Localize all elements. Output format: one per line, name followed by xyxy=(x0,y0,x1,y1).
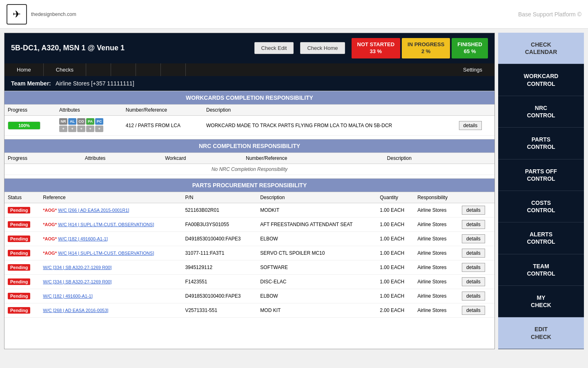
not-started-badge: NOT STARTED 33 % xyxy=(352,38,400,58)
parts-col-pn: P/N xyxy=(182,192,257,203)
sidebar-btn-1[interactable]: WORKCARDCONTROL xyxy=(498,64,584,96)
nrc-col-attributes: Attributes xyxy=(82,153,162,164)
check-home-button[interactable]: Check Home xyxy=(300,42,345,54)
parts-pn-cell: 31077-111:FA3T1 xyxy=(182,246,257,260)
right-sidebar: CHECKCALENDARWORKCARDCONTROLNRCCONTROLPA… xyxy=(498,33,584,349)
logo-plane-icon: ✈ xyxy=(7,4,27,25)
parts-details-button[interactable]: details xyxy=(462,206,485,215)
status-badge: Pending xyxy=(8,207,30,213)
team-member-bar: Team Member: Airline Stores [+357 111111… xyxy=(4,76,494,91)
sidebar-btn-0[interactable]: CHECKCALENDAR xyxy=(498,33,584,64)
parts-resp-cell: Airline Stores xyxy=(414,203,459,217)
parts-qty-cell: 1.00 EACH xyxy=(376,289,414,303)
sidebar-btn-4[interactable]: PARTS OFFCONTROL xyxy=(498,159,584,191)
attr-nr-badge: NR xyxy=(59,118,67,125)
parts-action-cell: details xyxy=(459,289,494,303)
team-member-value: Airline Stores [+357 11111111] xyxy=(56,80,134,87)
wc-number-cell: 412 / PARTS FROM LCA xyxy=(122,115,203,135)
wc-col-action xyxy=(456,105,494,116)
parts-row: Pending W/C [334 | SB A320-27-1269 R00] … xyxy=(4,260,494,274)
parts-status-cell: Pending xyxy=(4,231,40,246)
status-badge: Pending xyxy=(8,278,30,285)
platform-title: Base Support Platform © xyxy=(518,11,581,18)
parts-details-button[interactable]: details xyxy=(462,306,485,315)
parts-details-button[interactable]: details xyxy=(462,292,485,301)
parts-ref-link[interactable]: W/C [182 | 491600-A1-1] xyxy=(58,236,107,241)
parts-row: Pending *AOG* W/C [182 | 491600-A1-1] D4… xyxy=(4,231,494,246)
status-badge: Pending xyxy=(8,293,30,299)
parts-row: Pending *AOG* W/C [414 | SUPL-LTM-CUST. … xyxy=(4,217,494,231)
parts-col-ref: Reference xyxy=(40,192,182,203)
parts-resp-cell: Airline Stores xyxy=(414,231,459,246)
parts-status-cell: Pending xyxy=(4,260,40,274)
nav-home[interactable]: Home xyxy=(4,63,44,76)
parts-qty-cell: 1.00 EACH xyxy=(376,231,414,246)
parts-ref-cell: *AOG* W/C [266 | AD EASA 2015-0001R1] xyxy=(40,203,182,217)
nav-item-6[interactable] xyxy=(161,63,186,76)
parts-desc-cell: MODKIT xyxy=(257,203,376,217)
attr-plus-2: + xyxy=(68,126,76,132)
wc-description-cell: WORKCARD MADE TO TRACK PARTS FLYING FROM… xyxy=(203,115,456,135)
parts-ref-cell: W/C [268 | AD EASA 2016-0053] xyxy=(40,303,182,317)
logo-text: thedesignbench.com xyxy=(31,11,76,17)
parts-ref-cell: W/C [182 | 491600-A1-1] xyxy=(40,289,182,303)
wc-col-attributes: Attributes xyxy=(56,105,122,116)
attr-al-badge: AL xyxy=(68,118,76,125)
parts-col-status: Status xyxy=(4,192,40,203)
nav-checks[interactable]: Checks xyxy=(44,63,86,76)
sidebar-btn-6[interactable]: ALERTSCONTROL xyxy=(498,222,584,254)
parts-action-cell: details xyxy=(459,217,494,231)
aog-tag: *AOG* xyxy=(43,251,57,256)
main-wrapper: 5B-DC1, A320, MSN 1 @ Venue 1 Check Edit… xyxy=(0,29,588,353)
parts-ref-link[interactable]: W/C [182 | 491600-A1-1] xyxy=(43,294,92,298)
nrc-section-header: NRC COMPLETION RESPONSIBILITY xyxy=(4,139,494,153)
nrc-col-workcard: Workcard xyxy=(162,153,243,164)
wc-details-button[interactable]: details xyxy=(459,121,482,130)
parts-ref-link[interactable]: W/C [334 | SB A320-27-1269 R00] xyxy=(43,279,111,284)
nrc-col-progress: Progress xyxy=(4,153,82,164)
parts-details-button[interactable]: details xyxy=(462,249,485,258)
parts-resp-cell: Airline Stores xyxy=(414,274,459,289)
nav-settings[interactable]: Settings xyxy=(451,63,494,76)
nrc-col-number: Number/Reference xyxy=(243,153,384,164)
parts-ref-link[interactable]: W/C [414 | SUPL-LTM-CUST. OBSERVATIONS] xyxy=(58,222,154,227)
parts-status-cell: Pending xyxy=(4,203,40,217)
aog-tag: *AOG* xyxy=(43,222,57,227)
nav-item-4[interactable] xyxy=(111,63,136,76)
parts-details-button[interactable]: details xyxy=(462,277,485,286)
wc-progress-cell: 100% xyxy=(4,115,56,135)
parts-resp-cell: Airline Stores xyxy=(414,260,459,274)
attr-plus-1: + xyxy=(59,126,67,132)
parts-ref-link[interactable]: W/C [266 | AD EASA 2015-0001R1] xyxy=(58,208,129,213)
sidebar-btn-7[interactable]: TEAMCONTROL xyxy=(498,254,584,286)
wc-action-cell: details xyxy=(456,115,494,135)
parts-details-button[interactable]: details xyxy=(462,220,485,229)
sidebar-btn-9[interactable]: EDITCHECK xyxy=(498,317,584,349)
sidebar-btn-3[interactable]: PARTSCONTROL xyxy=(498,128,584,159)
parts-pn-cell: V2571331-551 xyxy=(182,303,257,317)
nav-bar: Home Checks Settings xyxy=(4,63,494,76)
parts-qty-cell: 1.00 EACH xyxy=(376,260,414,274)
parts-qty-cell: 1.00 EACH xyxy=(376,203,414,217)
parts-pn-cell: FA00B3U3YS01055 xyxy=(182,217,257,231)
parts-qty-cell: 1.00 EACH xyxy=(376,217,414,231)
progress-bar-fill: 100% xyxy=(8,122,40,129)
parts-ref-link[interactable]: W/C [334 | SB A320-27-1269 R00] xyxy=(43,265,111,270)
parts-ref-link[interactable]: W/C [268 | AD EASA 2016-0053] xyxy=(43,308,108,313)
parts-details-button[interactable]: details xyxy=(462,263,485,272)
parts-resp-cell: Airline Stores xyxy=(414,303,459,317)
parts-col-qty: Quantity xyxy=(376,192,414,203)
sidebar-btn-5[interactable]: COSTSCONTROL xyxy=(498,191,584,222)
parts-details-button[interactable]: details xyxy=(462,234,485,243)
workcards-table: Progress Attributes Number/Reference Des… xyxy=(4,105,494,136)
status-badge: Pending xyxy=(8,250,30,256)
nav-item-3[interactable] xyxy=(86,63,111,76)
parts-ref-cell: *AOG* W/C [414 | SUPL-LTM-CUST. OBSERVAT… xyxy=(40,246,182,260)
sidebar-btn-2[interactable]: NRCCONTROL xyxy=(498,96,584,128)
nav-item-5[interactable] xyxy=(136,63,161,76)
status-badge: Pending xyxy=(8,264,30,271)
sidebar-btn-8[interactable]: MYCHECK xyxy=(498,286,584,317)
check-edit-button[interactable]: Check Edit xyxy=(254,42,294,54)
parts-ref-link[interactable]: W/C [414 | SUPL-LTM-CUST. OBSERVATIONS] xyxy=(58,251,154,256)
parts-action-cell: details xyxy=(459,246,494,260)
